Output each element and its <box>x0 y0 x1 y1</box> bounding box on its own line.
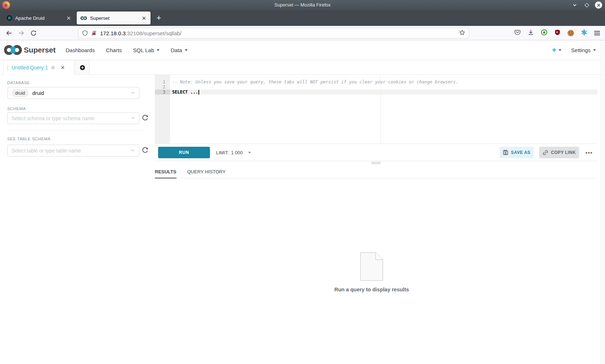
nav-item-data[interactable]: Data <box>171 47 188 53</box>
schema-select[interactable]: Select schema or type schema name <box>7 112 139 124</box>
page-scrollbar[interactable] <box>601 40 605 364</box>
tab-menu-icon[interactable] <box>7 65 8 70</box>
table-schema-label: SEE TABLE SCHEMA <box>7 137 50 141</box>
sql-toolbar: RUN LIMIT: 1 000 SAVE AS <box>155 144 597 161</box>
maximize-icon <box>584 3 589 8</box>
screen: Superset — Mozilla Firefox Apache Druid … <box>0 0 605 364</box>
forward-button[interactable] <box>18 30 24 36</box>
brand-name: Superset <box>24 46 55 54</box>
schema-placeholder: Select schema or type schema name <box>12 115 94 121</box>
new-object-button[interactable]: + <box>552 46 561 54</box>
query-tab-close-icon[interactable]: ✕ <box>60 65 65 70</box>
browser-tabbar: Apache Druid ✕ Superset ✕ + <box>0 10 605 26</box>
tab-close-icon[interactable]: ✕ <box>66 15 72 22</box>
limit-value: 1 000 <box>231 150 243 155</box>
chevron-down-icon <box>593 49 596 51</box>
query-state-dot <box>51 66 55 69</box>
text-cursor <box>198 90 199 95</box>
sql-editor[interactable]: 1 2 3 -- Note: Unless you save your quer… <box>155 75 597 144</box>
limit-dropdown[interactable]: LIMIT: 1 000 <box>216 147 251 158</box>
sql-code-line: SELECT ... <box>172 90 198 95</box>
nav-item-sql-lab[interactable]: SQL Lab <box>133 47 160 53</box>
pocket-icon[interactable] <box>514 29 521 37</box>
empty-results-message: Run a query to display results <box>318 287 426 292</box>
url-bar[interactable]: 172.18.0.3:32108/superset/sqllab/ <box>78 28 469 38</box>
query-tab-active[interactable]: Untitled Query 1 ✕ <box>3 60 74 75</box>
extension-cookie-icon[interactable] <box>568 30 574 36</box>
print-margin-line <box>380 75 381 144</box>
window-titlebar: Superset — Mozilla Firefox <box>0 0 605 10</box>
database-tag: druid <box>12 89 29 97</box>
save-as-button[interactable]: SAVE AS <box>499 147 534 158</box>
more-actions-button[interactable]: ••• <box>584 150 594 156</box>
browser-tab-title: Apache Druid <box>15 15 63 21</box>
link-icon <box>542 150 548 156</box>
chevron-down-icon <box>559 49 561 51</box>
copy-link-button[interactable]: COPY LINK <box>539 147 579 158</box>
tab-results[interactable]: RESULTS <box>155 169 176 178</box>
schema-label: SCHEMA <box>7 106 26 111</box>
tab-query-history[interactable]: QUERY HISTORY <box>187 169 226 178</box>
url-host: 172.18.0.3 <box>100 30 126 36</box>
divider <box>7 130 145 131</box>
query-tab-strip: Untitled Query 1 ✕ <box>0 60 605 75</box>
chevron-down-icon <box>248 152 251 154</box>
bookmark-star-icon[interactable] <box>459 29 465 37</box>
plus-circle-icon <box>80 65 85 70</box>
database-select[interactable]: druid druid <box>7 87 139 99</box>
sql-active-line: SELECT ... <box>170 90 597 95</box>
tracking-shield-icon[interactable] <box>82 30 88 36</box>
editor-gutter: 1 2 3 <box>155 75 170 144</box>
reload-button[interactable] <box>30 30 37 36</box>
druid-favicon-icon <box>6 15 12 21</box>
line-number-active: 3 <box>155 90 170 95</box>
table-select[interactable]: Select table or type table name <box>7 145 139 156</box>
sql-lab-sidebar: DATABASE druid druid SCHEMA Select schem… <box>0 75 151 255</box>
downloads-icon[interactable] <box>528 29 534 37</box>
extension-green-icon[interactable] <box>541 29 547 37</box>
run-query-button[interactable]: RUN <box>158 147 210 158</box>
browser-tab-title: Superset <box>90 15 138 21</box>
chevron-down-icon <box>185 49 188 51</box>
results-tabbar: RESULTS QUERY HISTORY <box>155 169 597 178</box>
browser-tab-superset[interactable]: Superset ✕ <box>77 12 151 24</box>
refresh-tables-button[interactable] <box>142 147 148 153</box>
tab-close-icon[interactable]: ✕ <box>141 15 147 22</box>
chevron-down-icon <box>157 49 160 51</box>
pane-resize-handle[interactable] <box>371 162 381 165</box>
refresh-schema-button[interactable] <box>142 114 148 121</box>
menu-hamburger-icon[interactable] <box>594 31 600 35</box>
save-icon <box>503 150 508 155</box>
database-label: DATABASE <box>7 81 30 85</box>
line-number: 1 <box>155 79 170 85</box>
chevron-down-icon <box>131 90 135 96</box>
chevron-down-icon <box>131 147 135 154</box>
line-number: 2 <box>155 85 170 90</box>
window-title: Superset — Mozilla Firefox <box>0 0 605 10</box>
minimize-button[interactable] <box>571 1 578 9</box>
superset-logo-icon <box>4 44 22 56</box>
database-value: druid <box>32 90 44 96</box>
browser-toolbar: 172.18.0.3:32108/superset/sqllab/ <box>0 26 605 40</box>
limit-label: LIMIT: <box>216 150 229 155</box>
url-path: :32108/superset/sqllab/ <box>126 30 182 36</box>
empty-document-icon <box>360 252 383 282</box>
add-query-tab-button[interactable] <box>75 60 90 75</box>
superset-brand[interactable]: Superset <box>4 44 55 56</box>
settings-menu[interactable]: Settings <box>571 47 596 53</box>
browser-tab-druid[interactable]: Apache Druid ✕ <box>3 12 75 24</box>
nav-item-dashboards[interactable]: Dashboards <box>66 47 95 53</box>
chevron-down-icon <box>131 115 135 122</box>
new-tab-button[interactable]: + <box>154 14 163 23</box>
editor-content[interactable]: -- Note: Unless you save your query, the… <box>170 75 597 144</box>
query-tab-title: Untitled Query 1 <box>12 65 48 70</box>
extension-ublock-icon[interactable] <box>554 29 561 37</box>
table-placeholder: Select table or type table name <box>12 148 81 154</box>
sql-comment-line: -- Note: Unless you save your query, the… <box>172 79 458 85</box>
insecure-lock-icon[interactable] <box>91 30 97 36</box>
close-window-button[interactable] <box>595 1 602 9</box>
back-button[interactable] <box>6 30 12 36</box>
maximize-button[interactable] <box>583 1 590 9</box>
nav-item-charts[interactable]: Charts <box>106 47 122 53</box>
extension-asterisk-icon[interactable] <box>581 29 587 37</box>
